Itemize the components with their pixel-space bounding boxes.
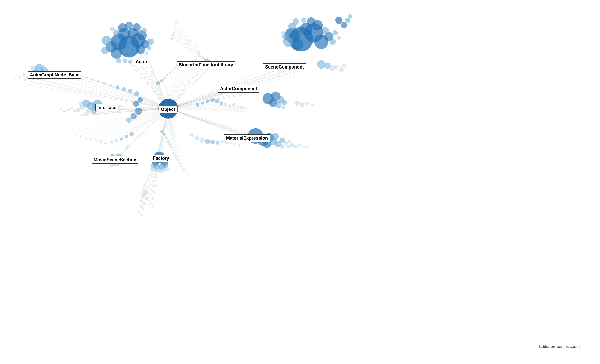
svg-point-405 [80,135,82,138]
svg-point-396 [125,135,128,138]
svg-point-257 [281,31,285,35]
svg-point-362 [215,99,219,103]
svg-point-347 [166,74,168,76]
svg-point-354 [186,61,189,64]
svg-point-285 [91,108,97,114]
graph-container: Actor AnimGraphNode_Base BlueprintFuncti… [0,0,600,364]
svg-point-216 [24,78,27,81]
svg-point-355 [189,61,191,63]
svg-point-401 [99,140,102,143]
svg-point-356 [192,60,194,62]
svg-point-352 [179,62,182,65]
svg-point-213 [41,65,45,69]
svg-point-211 [28,71,32,75]
svg-point-364 [224,103,227,106]
svg-line-120 [168,109,258,111]
svg-point-337 [143,202,146,205]
graph-svg [0,0,600,364]
svg-point-289 [76,108,80,112]
svg-point-344 [156,81,160,85]
svg-point-387 [205,139,210,144]
svg-point-369 [244,107,246,109]
svg-point-263 [342,64,346,67]
svg-point-200 [128,60,132,64]
svg-point-310 [302,146,305,148]
scenecomponent-cluster [281,14,352,72]
svg-point-400 [104,142,107,144]
svg-point-291 [71,107,73,109]
svg-point-383 [186,171,188,173]
svg-point-262 [339,67,344,72]
svg-line-232 [172,38,207,62]
svg-point-304 [284,141,288,145]
svg-point-219 [17,75,18,76]
svg-line-235 [174,29,207,62]
svg-point-414 [91,78,94,81]
svg-point-195 [102,36,111,45]
svg-line-234 [174,32,207,62]
svg-point-210 [31,66,35,71]
svg-point-351 [176,64,179,66]
svg-point-384 [190,133,194,137]
svg-point-412 [103,82,106,85]
svg-point-244 [292,39,303,50]
svg-point-409 [122,87,126,91]
svg-line-12 [44,71,168,109]
svg-point-204 [147,46,151,50]
svg-point-372 [165,136,168,139]
svg-point-357 [195,59,197,61]
svg-point-222 [202,63,207,67]
svg-point-199 [123,59,127,63]
svg-point-420 [138,97,143,102]
svg-point-294 [60,108,62,110]
svg-point-254 [301,18,306,23]
materialexpression-cluster [248,128,309,149]
svg-point-416 [80,75,82,77]
svg-point-371 [163,133,166,136]
svg-point-370 [160,130,163,133]
svg-point-190 [111,48,122,59]
svg-point-331 [150,167,154,171]
svg-point-340 [138,211,140,213]
svg-point-317 [108,160,112,163]
svg-point-366 [232,103,235,106]
svg-point-402 [95,139,97,141]
svg-point-346 [163,77,166,79]
svg-point-358 [196,103,199,107]
svg-point-306 [288,140,291,143]
svg-line-139 [168,109,187,176]
svg-point-339 [142,207,144,210]
svg-point-266 [345,18,350,23]
svg-point-214 [26,76,29,79]
svg-point-333 [143,190,148,195]
svg-point-349 [172,69,174,71]
svg-line-138 [168,109,185,173]
svg-point-367 [237,105,239,107]
svg-point-380 [179,162,181,164]
object-node [159,99,178,118]
svg-point-292 [67,109,70,111]
svg-point-374 [168,143,171,145]
svg-point-212 [36,76,40,80]
svg-point-218 [19,76,21,78]
svg-point-307 [290,143,294,147]
svg-point-343 [161,102,175,116]
svg-point-250 [322,27,329,34]
svg-point-341 [141,214,143,216]
bfl-cluster [171,20,212,68]
svg-point-198 [116,58,121,63]
svg-point-392 [229,141,232,144]
svg-point-386 [200,138,205,143]
svg-point-334 [141,194,145,198]
svg-point-247 [307,17,315,26]
svg-point-413 [97,80,99,83]
svg-line-26 [175,34,207,62]
svg-point-345 [160,79,163,82]
svg-point-318 [110,164,113,167]
svg-point-272 [275,102,281,108]
svg-point-406 [75,133,77,135]
svg-point-411 [109,84,112,87]
svg-point-424 [126,118,132,123]
svg-line-62 [168,109,262,139]
svg-point-288 [79,102,83,106]
